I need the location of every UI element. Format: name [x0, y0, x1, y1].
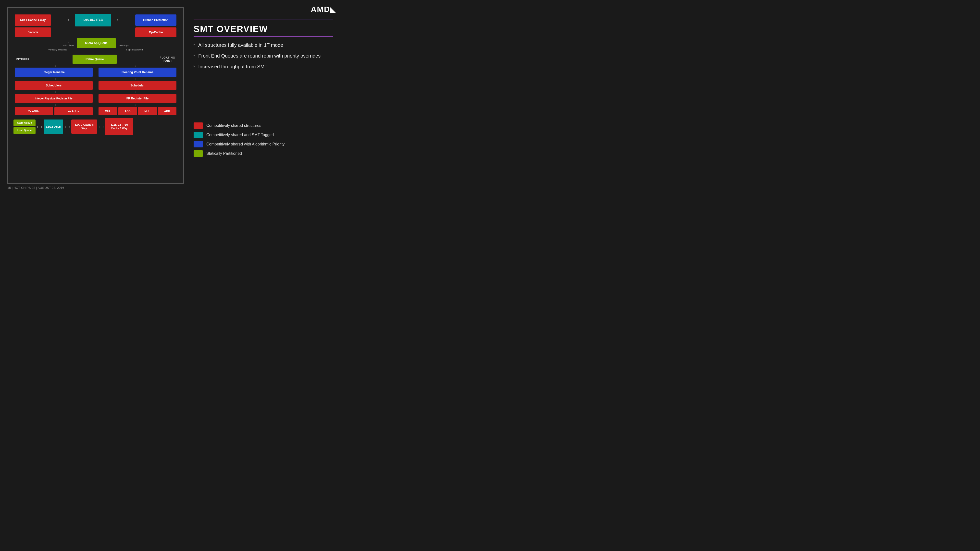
amd-logo: AMD◣	[311, 5, 336, 14]
fp-scheduler-box: Scheduler	[99, 81, 177, 90]
bullet-text-1: All structures fully available in 1T mod…	[198, 41, 283, 49]
dcache-box: 32K D-Cache 8 Way	[71, 119, 97, 134]
mul2-box: MUL	[138, 107, 157, 115]
top-section: 64K I-Cache 4 way ⟵ L0/L1/L2 ITLB ⟶ Bran…	[12, 12, 179, 53]
retire-queue-box: Retire Queue	[73, 55, 117, 64]
instructions-label: instructions	[62, 44, 74, 46]
fp-rename-box: Floating Point Rename	[99, 68, 177, 77]
ops-dispatched-label: 6 ops dispatched	[126, 49, 143, 51]
arrow-microops-left: ←	[122, 40, 125, 43]
fp-reg-file-box: FP Register File	[99, 94, 177, 103]
legend-item-green: Statically Partitioned	[194, 150, 333, 157]
legend-color-teal	[194, 132, 203, 138]
add1-box: ADD	[118, 107, 137, 115]
decode-box: Decode	[15, 27, 51, 37]
bottom-section: INTEGER Retire Queue FLOATINGPOINT ↓ ↓ I…	[12, 54, 179, 179]
icache-box: 64K I-Cache 4 way	[15, 14, 51, 26]
footer: 15 | HOT CHIPS 28 | AUGUST 23, 2016	[7, 186, 64, 189]
op-cache-box: Op-Cache	[135, 27, 177, 37]
agu-box: 2x AGUs	[15, 107, 53, 115]
legend-label-green: Statically Partitioned	[206, 151, 242, 156]
integer-label: INTEGER	[16, 58, 30, 61]
legend-item-red: Competitively shared structures	[194, 122, 333, 129]
arrow-down-fp: ↓	[135, 64, 137, 68]
arrow-right: ⟶	[112, 17, 119, 23]
load-queue-box: Load Queue	[13, 127, 35, 134]
top-line	[194, 20, 333, 20]
footer-text: 15 | HOT CHIPS 28 | AUGUST 23, 2016	[7, 186, 64, 189]
l2cache-box: 512K L2 (I+D) Cache 8 Way	[105, 118, 133, 135]
branch-pred-box: Branch Prediction	[135, 14, 177, 26]
arrow-instructions-down: ↓	[67, 40, 69, 43]
bullet-arrow-2: ▸	[194, 53, 195, 57]
l1l2-dtlb-box: L1/L2 DTLB	[44, 119, 63, 134]
alu-box: 4x ALUs	[54, 107, 93, 115]
bullet-text-2: Front End Queues are round robin with pr…	[198, 52, 321, 59]
bullet-3: ▸ Increased throughput from SMT	[194, 63, 333, 70]
arrow-down-int: ↓	[55, 64, 56, 68]
legend-label-blue: Competitively shared with Algorithmic Pr…	[206, 142, 285, 146]
microop-queue-box: Micro-op Queue	[77, 38, 116, 48]
legend-color-red	[194, 122, 203, 129]
legend-color-blue	[194, 141, 203, 148]
bullet-arrow-3: ▸	[194, 64, 195, 68]
legend-item-teal: Competitively shared and SMT Tagged	[194, 132, 333, 138]
bullet-text-3: Increased throughput from SMT	[198, 63, 267, 70]
micro-ops-label: micro-ops	[119, 44, 129, 46]
legend-color-green	[194, 150, 203, 157]
l0l1l2-box: L0/L1/L2 ITLB	[75, 14, 111, 27]
legend-label-teal: Competitively shared and SMT Tagged	[206, 133, 274, 137]
panel-title: SMT OVERVIEW	[194, 24, 333, 34]
right-panel: SMT OVERVIEW ▸ All structures fully avai…	[194, 20, 333, 74]
bullet-2: ▸ Front End Queues are round robin with …	[194, 52, 333, 59]
legend-item-blue: Competitively shared with Algorithmic Pr…	[194, 141, 333, 148]
storage-row: Store Queue Load Queue ⟷ L1/L2 DTLB ⟷ 32…	[12, 117, 179, 136]
mul1-box: MUL	[99, 107, 118, 115]
integer-rename-box: Integer Rename	[15, 68, 92, 77]
legend: Competitively shared structures Competit…	[194, 122, 333, 160]
arrow-left: ⟵	[68, 17, 74, 23]
vertically-threaded-label: Vertically Threaded	[48, 49, 67, 51]
schedulers-box: Schedulers	[15, 81, 92, 90]
diagram-container: 64K I-Cache 4 way ⟵ L0/L1/L2 ITLB ⟶ Bran…	[7, 7, 184, 184]
int-reg-file-box: Integer Physical Register File	[15, 94, 92, 103]
panel-divider	[194, 36, 333, 37]
add2-box: ADD	[158, 107, 177, 115]
bullet-arrow-1: ▸	[194, 42, 195, 46]
legend-label-red: Competitively shared structures	[206, 124, 261, 128]
bullet-1: ▸ All structures fully available in 1T m…	[194, 41, 333, 49]
store-queue-box: Store Queue	[13, 119, 35, 126]
floating-point-label: FLOATINGPOINT	[160, 56, 175, 62]
